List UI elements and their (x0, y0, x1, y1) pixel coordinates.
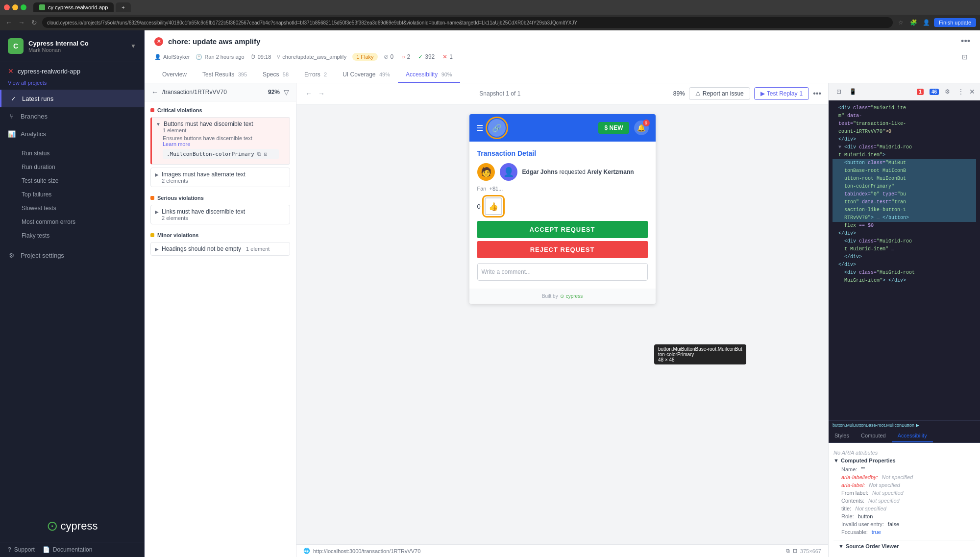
violation-links-discernible[interactable]: ▶ Links must have discernible text 2 ele… (150, 205, 290, 224)
sidebar-item-branches[interactable]: ⑂ Branches (0, 107, 144, 125)
tab-accessibility[interactable]: Accessibility 90% (398, 67, 460, 83)
next-snapshot-button[interactable]: → (316, 88, 327, 99)
violation-count-3: 2 elements (155, 215, 286, 221)
preview-url-bar: 🌐 http://localhost:3000/transaction/1RTR… (296, 544, 828, 557)
built-by-label: Built by (542, 293, 558, 299)
device-tool-button[interactable]: 📱 (847, 86, 858, 97)
run-author: 👤 AtofStryker (154, 54, 190, 60)
browser-actions: ☆ 🧩 👤 Finish update (896, 17, 976, 28)
sidebar-item-most-common-errors[interactable]: Most common errors (0, 215, 144, 229)
comment-input[interactable]: Write a comment... (477, 263, 648, 281)
reject-request-button[interactable]: REJECT REQUEST (477, 241, 648, 258)
run-header: ✕ chore: update aws amplify ••• 👤 AtofSt… (145, 30, 980, 83)
invalid-key: Invalid user entry: (841, 521, 884, 527)
test-replay-button[interactable]: ▶ Test Replay 1 (754, 87, 809, 100)
profile-icon[interactable]: 👤 (921, 17, 932, 28)
finish-update-button[interactable]: Finish update (934, 18, 976, 27)
inspector-tool-button[interactable]: ⊡ (833, 86, 844, 97)
violation-buttons-discernible[interactable]: ▼ Buttons must have discernible text 1 e… (150, 117, 290, 165)
sidebar-item-flaky-tests[interactable]: Flaky tests (0, 229, 144, 242)
devtools-more-icon[interactable]: ⋮ (956, 86, 966, 97)
tab-test-results[interactable]: Test Results 395 (195, 67, 255, 83)
tab-specs[interactable]: Specs 58 (255, 67, 296, 83)
prev-snapshot-button[interactable]: ← (303, 88, 314, 99)
org-chevron-icon[interactable]: ▼ (130, 43, 136, 49)
address-bar[interactable]: cloud.cypress.io/projects/7s5okt/runs/63… (42, 17, 893, 28)
sidebar: C Cypress Internal Co Mark Noonan ▼ ✕ cy… (0, 30, 145, 557)
cypress-logo-text: cypress (61, 520, 98, 533)
code-line-12-highlighted: tabindex="0" type="bu (833, 191, 976, 198)
forward-button[interactable]: → (17, 18, 26, 27)
devtools-close-button[interactable]: ✕ (969, 88, 975, 96)
support-button[interactable]: ? Support (8, 546, 35, 553)
snapshot-label: Snapshot 1 of 1 (479, 90, 520, 97)
source-order-section[interactable]: ▼ Source Order Viewer (833, 540, 975, 552)
violation-learn-more-link[interactable]: Learn more (156, 141, 286, 147)
documentation-label: Documentation (53, 546, 93, 553)
extensions-icon[interactable]: 🧩 (908, 17, 919, 28)
devtools-settings-icon[interactable]: ⚙ (942, 86, 953, 97)
code-line-10-highlighted: utton-root MuiIconBut (833, 175, 976, 183)
fail-icon: ○ (401, 53, 405, 60)
maximize-traffic-light[interactable] (21, 4, 26, 10)
bookmark-icon[interactable]: ☆ (896, 17, 906, 28)
globe-icon: 🌐 (303, 548, 310, 554)
accept-request-button[interactable]: ACCEPT REQUEST (477, 221, 648, 238)
close-traffic-light[interactable] (4, 4, 10, 10)
devtools-tab-accessibility[interactable]: Accessibility (892, 430, 933, 442)
transaction-meta: Edgar Johns requested Arely Kertzmann (522, 169, 634, 175)
sidebar-item-analytics[interactable]: 📊 Analytics (0, 125, 144, 143)
run-action-icon[interactable]: ⊡ (959, 51, 970, 62)
back-button[interactable]: ← (151, 88, 158, 96)
hamburger-icon[interactable]: ☰ (476, 123, 483, 133)
devtools-tab-computed[interactable]: Computed (855, 430, 892, 442)
app-logo-button[interactable]: 🔗 (488, 119, 506, 137)
violation-headings-empty[interactable]: ▶ Headings should not be empty 1 element (150, 242, 290, 256)
violation-images-alt-text[interactable]: ▶ Images must have alternate text 2 elem… (150, 168, 290, 187)
sidebar-footer: ? Support 📄 Documentation (0, 542, 144, 557)
selector-text: .MuilconButton-colorPrimary (167, 151, 254, 157)
tab-title: cy cypress-realworld-app (48, 4, 108, 10)
like-button[interactable]: 👍 (485, 197, 502, 215)
documentation-button[interactable]: 📄 Documentation (43, 546, 93, 553)
code-line-21: </div> (833, 261, 976, 269)
violation-header-2: ▶ Images must have alternate text (155, 171, 286, 178)
sidebar-item-top-failures[interactable]: Top failures (0, 188, 144, 201)
sidebar-item-slowest-tests[interactable]: Slowest tests (0, 201, 144, 215)
active-tab[interactable]: cy cypress-realworld-app (33, 2, 114, 12)
sidebar-item-run-duration[interactable]: Run duration (0, 160, 144, 174)
refresh-button[interactable]: ↻ (29, 18, 39, 27)
tab-errors[interactable]: Errors 2 (296, 67, 335, 83)
back-button[interactable]: ← (4, 18, 14, 27)
tab-overview[interactable]: Overview (154, 67, 195, 83)
report-issue-button[interactable]: ⚠ Report an issue (689, 87, 750, 100)
like-icon: 👍 (489, 202, 498, 211)
app-content: Transaction Detail 🧑 👤 Edgar Johns reque… (469, 142, 656, 289)
author-icon: 👤 (154, 54, 161, 60)
title-key: title: (841, 506, 851, 511)
project-name: cypress-realworld-app (18, 68, 80, 75)
notification-button[interactable]: 🔔 9 (634, 121, 649, 135)
tab-ui-coverage[interactable]: UI Coverage 49% (335, 67, 398, 83)
new-transaction-button[interactable]: $ NEW (598, 122, 629, 134)
copy-url-icon[interactable]: ⧉ (786, 548, 790, 554)
accessibility-tab-label: Accessibility (898, 433, 927, 438)
sidebar-item-run-status[interactable]: Run status (0, 146, 144, 160)
invalid-value: false (888, 521, 899, 527)
sidebar-item-project-settings[interactable]: ⚙ Project settings (0, 246, 144, 264)
project-item[interactable]: ✕ cypress-realworld-app (0, 62, 144, 80)
copy-icon[interactable]: ⧉ (257, 151, 261, 157)
view-all-projects-link[interactable]: View all projects (0, 80, 144, 90)
sidebar-item-latest-runs[interactable]: ✓ Latest runs (0, 90, 144, 107)
sidebar-item-test-suite-size[interactable]: Test suite size (0, 174, 144, 188)
code-line-15-highlighted: RTRvVV70"> … </button> (833, 214, 976, 222)
more-options-button[interactable]: ••• (813, 89, 821, 98)
target-icon[interactable]: ⊡ (264, 151, 268, 157)
focusable-key: Focusable: (841, 529, 868, 535)
new-tab-button[interactable]: + (116, 2, 130, 12)
devtools-tab-styles[interactable]: Styles (829, 430, 855, 442)
run-menu-button[interactable]: ••• (961, 36, 970, 47)
minimize-traffic-light[interactable] (12, 4, 18, 10)
computed-properties-title[interactable]: ▼ Computed Properties (833, 458, 975, 463)
filter-icon[interactable]: ▽ (284, 88, 289, 96)
